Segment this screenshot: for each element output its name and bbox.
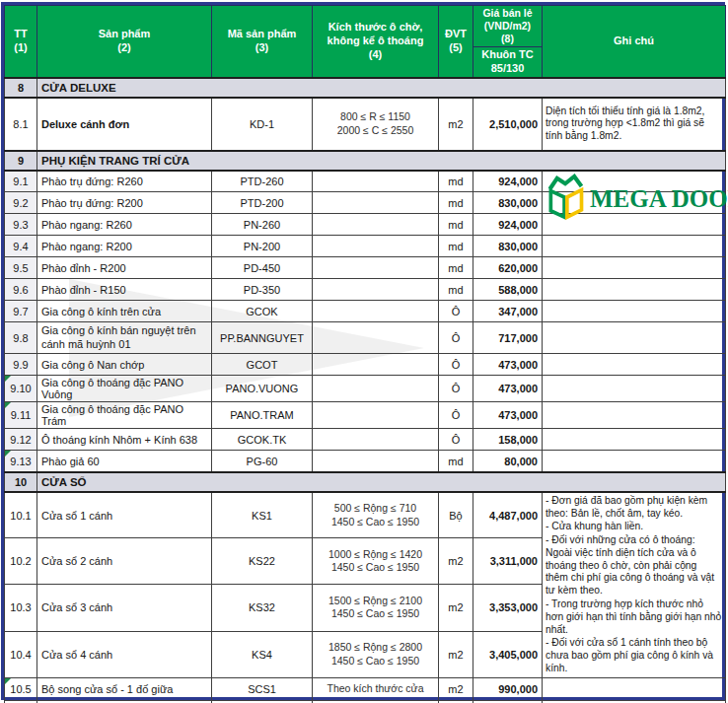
- note-cell: [543, 402, 726, 429]
- product-name: Cửa sổ 1 cánh: [37, 492, 212, 538]
- row-tt: 9.3: [5, 214, 37, 236]
- unit-cell: Ô: [439, 376, 473, 402]
- price-cell: 990,000: [473, 677, 543, 700]
- header-product: Sản phẩm (2): [37, 6, 212, 78]
- product-name: Phào ngang: R260: [37, 214, 212, 236]
- section-row-10: 10 CỬA SỔ: [5, 472, 726, 492]
- size-cell: 1850 ≤ Rộng ≤ 2800 1450 ≤ Cao ≤ 1950: [313, 631, 439, 677]
- header-unit: ĐVT (5): [439, 6, 473, 78]
- product-name: Gia công ô Nan chớp: [37, 354, 212, 376]
- table-body: 8 CỬA DELUXE 8.1 Deluxe cánh đơn KD-1 80…: [5, 78, 726, 703]
- unit-cell: md: [439, 192, 473, 214]
- unit-cell: Ô: [439, 402, 473, 429]
- unit-cell: m2: [439, 538, 473, 585]
- product-code: PN-260: [212, 214, 313, 236]
- header-size: Kích thước ô chờ, không kể ô thoáng (4): [313, 6, 439, 78]
- row-tt: 9.7: [5, 301, 37, 322]
- unit-cell: md: [439, 236, 473, 257]
- size-cell: [313, 301, 439, 322]
- row-tt: 10.5: [5, 677, 37, 700]
- table-header: TT (1) Sản phẩm (2) Mã sản phẩm (3) Kích…: [5, 6, 726, 78]
- unit-cell: m2: [439, 98, 473, 151]
- header-notes: Ghi chú: [543, 6, 726, 78]
- price-cell: 158,000: [473, 429, 543, 451]
- header-price: Giá bán lẻ (VND/m2) (8): [473, 6, 543, 47]
- note-cell: [543, 451, 726, 472]
- price-table: TT (1) Sản phẩm (2) Mã sản phẩm (3) Kích…: [4, 5, 726, 703]
- price-cell: 830,000: [473, 192, 543, 214]
- price-cell: 473,000: [473, 354, 543, 376]
- note-cell: [543, 322, 726, 354]
- product-code: KS22: [212, 538, 313, 585]
- note-cell: [543, 236, 726, 257]
- price-table-border: TT (1) Sản phẩm (2) Mã sản phẩm (3) Kích…: [1, 2, 725, 700]
- note-cell: [543, 429, 726, 451]
- section-number: 9: [5, 151, 37, 171]
- row-tt: 9.13: [5, 451, 37, 472]
- row-tt: 9.5: [5, 257, 37, 279]
- price-cell: 717,000: [473, 322, 543, 354]
- product-name: Deluxe cánh đơn: [37, 98, 212, 151]
- product-name: Cửa sổ 4 cánh: [37, 631, 212, 677]
- product-name: Phào ngang: R200: [37, 236, 212, 257]
- table-row: 9.4 Phào ngang: R200 PN-200 md 830,000: [5, 236, 726, 257]
- row-tt: 9.12: [5, 429, 37, 451]
- header-tt: TT (1): [5, 6, 37, 78]
- note-cell: [543, 677, 726, 700]
- size-cell: [313, 192, 439, 214]
- price-cell: 473,000: [473, 402, 543, 429]
- table-row: 10.5 Bộ song cửa sổ - 1 đố giữa SCS1 The…: [5, 677, 726, 700]
- row-tt: 10.1: [5, 492, 37, 538]
- section-number: 10: [5, 472, 37, 492]
- product-code: PG-60: [212, 451, 313, 472]
- price-cell: 3,353,000: [473, 585, 543, 631]
- product-name: Gia công ô thoáng đặc PANO Vuông: [37, 376, 212, 402]
- price-cell: 4,487,000: [473, 492, 543, 538]
- note-cell: [543, 279, 726, 301]
- product-code: PD-350: [212, 279, 313, 301]
- product-code: KS32: [212, 585, 313, 631]
- size-cell: [313, 402, 439, 429]
- note-cell: [543, 354, 726, 376]
- table-row: 9.11 Gia công ô thoáng đặc PANO Trám PAN…: [5, 402, 726, 429]
- table-row: 9.7 Gia công ô kính trên cửa GCOK Ô 347,…: [5, 301, 726, 322]
- product-code: GCOK: [212, 301, 313, 322]
- size-cell: [313, 236, 439, 257]
- size-cell: 1500 ≤ Rộng ≤ 2100 1450 ≤ Cao ≤ 1950: [313, 585, 439, 631]
- unit-cell: Bộ: [439, 492, 473, 538]
- product-name: Bộ song cửa sổ - 1 đố giữa: [37, 677, 212, 700]
- unit-cell: Ô: [439, 354, 473, 376]
- section-number: 8: [5, 78, 37, 98]
- row-tt: 9.1: [5, 171, 37, 192]
- size-cell: [313, 257, 439, 279]
- product-code: PTD-200: [212, 192, 313, 214]
- row-tt: 9.9: [5, 354, 37, 376]
- table-row: 9.9 Gia công ô Nan chớp GCOT Ô 473,000: [5, 354, 726, 376]
- unit-cell: md: [439, 257, 473, 279]
- price-cell: 3,311,000: [473, 538, 543, 585]
- price-cell: 620,000: [473, 257, 543, 279]
- size-cell: [313, 214, 439, 236]
- product-name: Phào trụ đứng: R200: [37, 192, 212, 214]
- section-title: PHỤ KIỆN TRANG TRÍ CỬA: [37, 151, 726, 171]
- product-code: KS1: [212, 492, 313, 538]
- product-name: Gia công ô kính trên cửa: [37, 301, 212, 322]
- price-cell: 2,510,000: [473, 98, 543, 151]
- product-name: Cửa sổ 3 cánh: [37, 585, 212, 631]
- product-code: PP.BANNGUYET: [212, 322, 313, 354]
- row-tt: 9.10: [5, 376, 37, 402]
- section-title: CỬA SỔ: [37, 472, 726, 492]
- table-row: 9.6 Phào đỉnh - R150 PD-350 md 588,000: [5, 279, 726, 301]
- table-row: 9.12 Ô thoáng kính Nhôm + Kính 638 GCOK.…: [5, 429, 726, 451]
- price-list-sheet: TT (1) Sản phẩm (2) Mã sản phẩm (3) Kích…: [0, 0, 728, 703]
- size-cell: [313, 354, 439, 376]
- product-name: Ô thoáng kính Nhôm + Kính 638: [37, 429, 212, 451]
- table-row: 9.13 Phào giả 60 PG-60 md 80,000: [5, 451, 726, 472]
- product-code: PTD-260: [212, 171, 313, 192]
- price-cell: 924,000: [473, 171, 543, 192]
- unit-cell: Ô: [439, 429, 473, 451]
- unit-cell: md: [439, 171, 473, 192]
- header-price-sub: Khuôn TC 85/130: [473, 47, 543, 78]
- table-row: 10.1 Cửa sổ 1 cánh KS1 500 ≤ Rộng ≤ 710 …: [5, 492, 726, 538]
- price-cell: 347,000: [473, 301, 543, 322]
